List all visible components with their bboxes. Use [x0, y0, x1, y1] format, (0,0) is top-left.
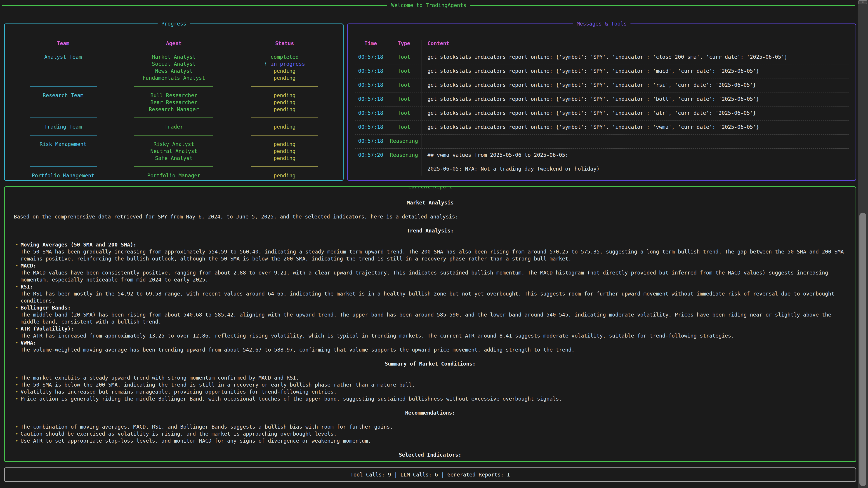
status-badge: pending — [234, 155, 336, 162]
message-type: Tool — [387, 106, 421, 120]
status-badge: pending — [234, 148, 336, 155]
bullet-icon: • — [15, 388, 18, 395]
list-desc: The MACD values have been consistently p… — [21, 269, 846, 283]
agent-name: Market Analyst — [114, 54, 234, 61]
status-badge: pending — [234, 106, 336, 113]
column-header-type: Type — [387, 40, 421, 50]
report-panel-title: Current Report — [405, 186, 456, 190]
message-type: Tool — [387, 64, 421, 78]
team-cell-empty — [12, 61, 114, 68]
agent-name: Research Manager — [114, 106, 234, 113]
messages-panel: Messages & Tools Time Type Content 00:57… — [347, 24, 856, 181]
reasoning-line: 2025-06-05: N/A: Not a trading day (week… — [428, 165, 845, 172]
message-time: 00:57:18 — [355, 134, 387, 148]
list-item: •Caution should be exercised as volatili… — [14, 430, 846, 437]
list-item: • MACD: The MACD values have been consis… — [14, 262, 846, 283]
bullet-icon: • — [15, 283, 18, 290]
group-separator — [12, 82, 114, 92]
message-time: 00:57:18 — [355, 78, 387, 92]
message-time: 00:57:18 — [355, 64, 387, 78]
message-content — [421, 134, 849, 148]
report-heading-market: Market Analysis — [14, 199, 846, 206]
report-heading-summary: Summary of Market Conditions: — [14, 360, 846, 367]
header-rule-right — [470, 5, 855, 6]
stats-bar: Tool Calls: 9 | LLM Calls: 6 | Generated… — [4, 467, 856, 482]
message-type: Tool — [387, 51, 421, 64]
column-header-time: Time — [355, 40, 387, 50]
message-time: 00:57:18 — [355, 106, 387, 120]
scrollbar-menu-button[interactable]: ≡ — [859, 0, 867, 4]
scrollbar-thumb[interactable] — [860, 213, 866, 486]
column-header-team: Team — [12, 40, 114, 47]
list-item: • Moving Averages (50 SMA and 200 SMA): … — [14, 241, 846, 262]
agent-name: Neutral Analyst — [114, 148, 234, 155]
report-intro: Based on the comprehensive data retrieve… — [14, 213, 846, 220]
message-type: Reasoning — [387, 149, 421, 175]
list-item: • Bollinger Bands: The middle band (20 S… — [14, 304, 846, 325]
bullet-icon: • — [15, 375, 18, 381]
team-name: Portfolio Management — [12, 172, 114, 179]
list-text: The 50 SMA is below the 200 SMA, indicat… — [21, 382, 415, 388]
bullet-icon: • — [15, 437, 18, 445]
list-item: • RSI: The RSI has been mostly in the 54… — [14, 283, 846, 304]
bullet-icon: • — [15, 339, 18, 346]
report-heading-selected: Selected Indicators: — [14, 451, 846, 458]
main-content: Welcome to TradingAgents Progress Team A… — [0, 0, 858, 482]
summary-list: •The market exhibits a steady upward tre… — [14, 375, 846, 402]
message-content: get_stockstats_indicators_report_online:… — [421, 121, 849, 134]
list-term: MACD: — [21, 262, 846, 269]
agent-name: Bull Researcher — [114, 92, 234, 99]
column-header-agent: Agent — [114, 40, 234, 47]
message-content: get_stockstats_indicators_report_online:… — [421, 51, 849, 64]
agent-name: Risky Analyst — [114, 141, 234, 148]
message-time: 00:57:20 — [355, 149, 387, 175]
status-badge: ⠇in_progress — [234, 61, 336, 68]
list-item: •The market exhibits a steady upward tre… — [14, 375, 846, 381]
list-text: The market exhibits a steady upward tren… — [21, 375, 299, 381]
status-badge: pending — [234, 123, 336, 130]
team-cell-empty — [12, 148, 114, 155]
scrollbar-track[interactable]: ≡ — [858, 0, 868, 488]
report-heading-recommendations: Recommendations: — [14, 410, 846, 416]
group-separator — [114, 82, 234, 92]
agent-name: Portfolio Manager — [114, 172, 234, 179]
agent-name: Bear Researcher — [114, 99, 234, 106]
group-separator — [234, 130, 336, 141]
list-item: •Price action is generally riding the mi… — [14, 395, 846, 402]
list-text: Caution should be exercised as volatilit… — [21, 431, 337, 437]
status-badge: pending — [234, 68, 336, 74]
message-content: get_stockstats_indicators_report_online:… — [421, 78, 849, 92]
message-content: get_stockstats_indicators_report_online:… — [421, 64, 849, 78]
column-divider — [422, 40, 422, 175]
message-type: Tool — [387, 92, 421, 106]
list-item: •Use ATR to set appropriate stop-loss le… — [14, 437, 846, 445]
list-item: • ATR (Volatility): The ATR has increase… — [14, 325, 846, 339]
trend-list: • Moving Averages (50 SMA and 200 SMA): … — [14, 241, 846, 353]
bullet-icon: • — [15, 423, 18, 430]
bullet-icon: • — [15, 304, 18, 311]
bullet-icon: • — [15, 430, 18, 437]
reasoning-line: ## vwma values from 2025-05-06 to 2025-0… — [428, 152, 845, 159]
team-cell-empty — [12, 99, 114, 106]
team-name: Trading Team — [12, 123, 114, 130]
status-badge: pending — [234, 99, 336, 106]
list-desc: The middle band (20 SMA) has been rising… — [21, 311, 846, 325]
list-desc: The volume-weighted moving average has b… — [21, 346, 846, 353]
message-type: Reasoning — [387, 134, 421, 148]
spinner-icon: ⠇ — [264, 61, 268, 67]
agent-name: Fundamentals Analyst — [114, 74, 234, 82]
header-rule-left — [2, 5, 387, 6]
list-text: The combination of moving averages, MACD… — [21, 424, 393, 430]
list-desc: The 50 SMA has been gradually increasing… — [21, 248, 846, 262]
group-separator — [234, 82, 336, 92]
team-cell-empty — [12, 155, 114, 162]
status-badge: pending — [234, 172, 336, 179]
message-type: Tool — [387, 121, 421, 134]
group-separator — [234, 113, 336, 123]
bullet-icon: • — [15, 241, 18, 248]
welcome-header: Welcome to TradingAgents — [2, 1, 855, 9]
messages-panel-title: Messages & Tools — [573, 20, 630, 27]
group-separator — [12, 162, 114, 172]
message-time: 00:57:18 — [355, 92, 387, 106]
team-cell-empty — [12, 74, 114, 82]
